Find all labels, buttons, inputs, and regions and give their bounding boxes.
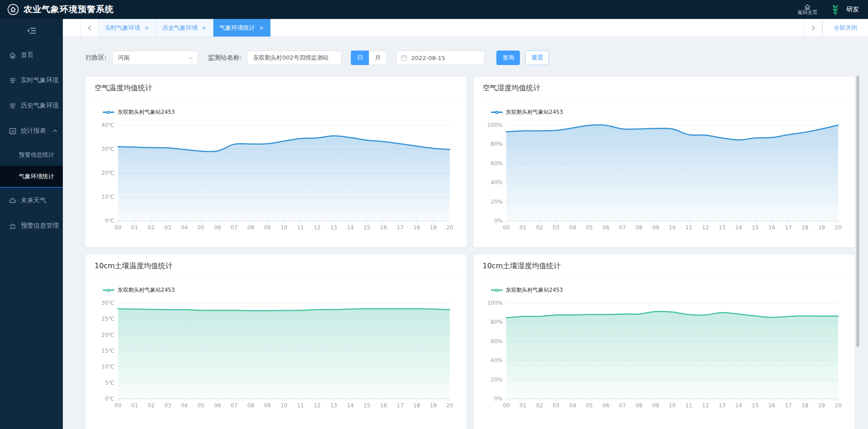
svg-text:11: 11 xyxy=(685,402,692,409)
air-temperature-panel: 空气温度均值统计 东双鹅头村气象站2453 0℃10℃20℃30℃40℃0001… xyxy=(85,77,467,247)
brand: 农业气象环境预警系统 xyxy=(7,4,114,15)
tab-realtime-weather[interactable]: 实时气象环境 × xyxy=(99,19,156,37)
chart-legend[interactable]: 东双鹅头村气象站2453 xyxy=(491,286,563,294)
svg-text:20: 20 xyxy=(446,402,453,409)
sidebar-item-home[interactable]: 首页 xyxy=(0,42,63,68)
page-content: 行政区: 河南 监测站名称: 东双鹅头村002号四情监测站 日 月 2022-0… xyxy=(63,37,868,429)
svg-text:17: 17 xyxy=(785,402,792,409)
close-icon[interactable]: × xyxy=(144,25,149,31)
legend-label: 东双鹅头村气象站2453 xyxy=(118,286,175,294)
sidebar-item-warning-management[interactable]: 预警信息管理 xyxy=(0,213,63,238)
station-name-input[interactable]: 东双鹅头村002号四情监测站 xyxy=(247,51,342,65)
scrollbar-thumb[interactable] xyxy=(856,76,859,347)
svg-text:00: 00 xyxy=(503,224,509,231)
svg-text:0℃: 0℃ xyxy=(105,396,114,402)
chart-legend[interactable]: 东双鹅头村气象站2453 xyxy=(491,108,563,116)
legend-label: 东双鹅头村气象站2453 xyxy=(506,286,563,294)
legend-line-marker xyxy=(491,112,503,113)
svg-text:15: 15 xyxy=(751,402,758,409)
chart-legend[interactable]: 东双鹅头村气象站2453 xyxy=(103,108,175,116)
tab-label: 气象环境统计 xyxy=(220,24,255,32)
svg-text:04: 04 xyxy=(569,224,576,231)
sidebar-item-history-weather[interactable]: 历史气象环境 xyxy=(0,93,63,118)
svg-text:11: 11 xyxy=(685,224,692,231)
app-logo-icon xyxy=(7,4,19,15)
svg-text:14: 14 xyxy=(735,402,742,409)
svg-text:19: 19 xyxy=(430,224,437,231)
sidebar-item-future-weather[interactable]: 未来天气 xyxy=(0,188,63,213)
panel-body: 东双鹅头村气象站2453 0℃10℃20℃30℃40℃0001020304050… xyxy=(85,108,467,234)
chevron-right-icon xyxy=(811,25,815,31)
svg-text:08: 08 xyxy=(635,402,642,409)
svg-text:16: 16 xyxy=(380,224,387,231)
svg-text:05: 05 xyxy=(198,402,204,409)
svg-text:20: 20 xyxy=(835,402,841,409)
sidebar-collapse-button[interactable] xyxy=(0,19,63,42)
svg-text:04: 04 xyxy=(181,224,188,231)
svg-text:09: 09 xyxy=(652,402,659,409)
sidebar-subitem-weather-stats[interactable]: 气象环境统计 xyxy=(0,166,63,188)
home-icon xyxy=(9,52,16,59)
svg-text:02: 02 xyxy=(148,224,155,231)
svg-text:07: 07 xyxy=(619,402,626,409)
svg-text:20℃: 20℃ xyxy=(101,170,114,176)
sidebar-item-realtime-weather[interactable]: 实时气象环境 xyxy=(0,68,63,93)
svg-text:30℃: 30℃ xyxy=(101,300,114,306)
period-month-button[interactable]: 月 xyxy=(369,51,387,65)
close-all-tabs-button[interactable]: 全部关闭 xyxy=(822,19,868,37)
tab-history-weather[interactable]: 历史气象环境 × xyxy=(156,19,213,37)
svg-text:01: 01 xyxy=(131,224,138,231)
svg-text:10: 10 xyxy=(669,402,675,409)
close-icon[interactable]: × xyxy=(259,25,264,31)
svg-text:14: 14 xyxy=(347,224,354,231)
region-select[interactable]: 河南 xyxy=(112,51,198,65)
period-toggle: 日 月 xyxy=(351,51,387,65)
tab-label: 实时气象环境 xyxy=(105,24,140,32)
sidebar-subitem-warning-stats[interactable]: 预警信息统计 xyxy=(0,144,63,166)
sidebar-item-label: 实时气象环境 xyxy=(21,76,59,84)
period-day-button[interactable]: 日 xyxy=(351,51,369,65)
main-area: 实时气象环境 × 历史气象环境 × 气象环境统计 × 全部关闭 行政区: 河南 … xyxy=(63,19,868,429)
soil-humidity-panel: 10cm土壤湿度均值统计 东双鹅头村气象站2453 0%20%40%60%80%… xyxy=(474,255,855,429)
svg-text:03: 03 xyxy=(164,402,171,409)
svg-text:04: 04 xyxy=(569,402,576,409)
sidebar-item-reports[interactable]: 统计报表 xyxy=(0,118,63,144)
cloud-icon xyxy=(9,198,16,203)
svg-text:17: 17 xyxy=(396,402,403,409)
svg-text:20: 20 xyxy=(446,224,453,231)
charts-grid: 空气温度均值统计 东双鹅头村气象站2453 0℃10℃20℃30℃40℃0001… xyxy=(85,77,854,429)
tabs-scroll-right-button[interactable] xyxy=(804,19,822,37)
tabs-scroll-left-button[interactable] xyxy=(80,19,99,37)
soil-temperature-panel: 10cm土壤温度均值统计 东双鹅头村气象站2453 0℃5℃10℃15℃20℃2… xyxy=(85,255,467,429)
svg-text:07: 07 xyxy=(619,224,626,231)
svg-text:02: 02 xyxy=(536,224,542,231)
date-picker[interactable]: 2022-08-15 xyxy=(396,51,485,65)
sidebar-subitem-label: 预警信息统计 xyxy=(19,151,54,159)
chevron-up-icon xyxy=(53,130,57,132)
close-icon[interactable]: × xyxy=(202,25,207,31)
svg-text:00: 00 xyxy=(114,224,121,231)
sidebar-item-label: 统计报表 xyxy=(21,127,46,135)
query-button[interactable]: 查询 xyxy=(496,51,520,65)
svg-text:14: 14 xyxy=(735,224,742,231)
tab-weather-stats[interactable]: 气象环境统计 × xyxy=(213,19,271,37)
list-icon xyxy=(9,103,16,109)
svg-text:12: 12 xyxy=(314,224,321,231)
svg-text:80%: 80% xyxy=(491,319,503,325)
svg-text:18: 18 xyxy=(801,402,808,409)
back-home-button[interactable]: 返回主页 xyxy=(797,4,817,15)
svg-text:03: 03 xyxy=(164,224,171,231)
app-title: 农业气象环境预警系统 xyxy=(24,4,114,15)
svg-text:11: 11 xyxy=(297,224,304,231)
panel-header: 空气湿度均值统计 xyxy=(474,77,855,99)
user-block[interactable]: 研发 xyxy=(829,3,859,16)
sidebar-item-label: 未来天气 xyxy=(21,196,46,205)
reset-button[interactable]: 重置 xyxy=(525,51,549,65)
svg-text:16: 16 xyxy=(768,224,775,231)
svg-text:60%: 60% xyxy=(491,338,503,345)
svg-text:07: 07 xyxy=(231,224,237,231)
sidebar: 首页 实时气象环境 历史气象环境 统计报表 预警信息统计 xyxy=(0,19,63,429)
svg-text:05: 05 xyxy=(198,224,204,231)
chart-legend[interactable]: 东双鹅头村气象站2453 xyxy=(103,286,175,294)
tab-label: 历史气象环境 xyxy=(162,24,198,32)
